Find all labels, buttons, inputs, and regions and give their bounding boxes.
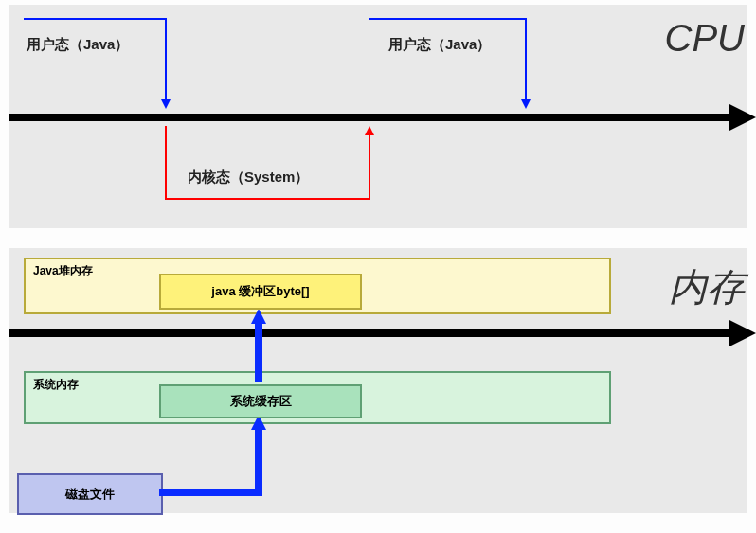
cpu-timeline-arrow bbox=[9, 114, 737, 121]
arrowhead-icon bbox=[729, 320, 756, 346]
cpu-label: CPU bbox=[665, 17, 745, 60]
java-heap-label: Java堆内存 bbox=[33, 263, 93, 279]
memory-label: 内存 bbox=[669, 261, 745, 313]
java-buffer-label: java 缓冲区byte[] bbox=[211, 283, 309, 300]
java-buffer-box: java 缓冲区byte[] bbox=[159, 274, 362, 310]
disk-file-label: 磁盘文件 bbox=[65, 486, 115, 503]
kernel-mode-label: 内核态（System） bbox=[188, 169, 309, 187]
user-mode-label-2: 用户态（Java） bbox=[388, 36, 491, 54]
user-mode-label-1: 用户态（Java） bbox=[27, 36, 129, 54]
memory-timeline-arrow bbox=[9, 329, 737, 337]
disk-file-box: 磁盘文件 bbox=[17, 473, 163, 515]
arrowhead-icon bbox=[729, 104, 756, 131]
system-buffer-label: 系统缓存区 bbox=[230, 393, 292, 410]
system-buffer-box: 系统缓存区 bbox=[159, 384, 362, 418]
system-memory-label: 系统内存 bbox=[33, 377, 79, 393]
